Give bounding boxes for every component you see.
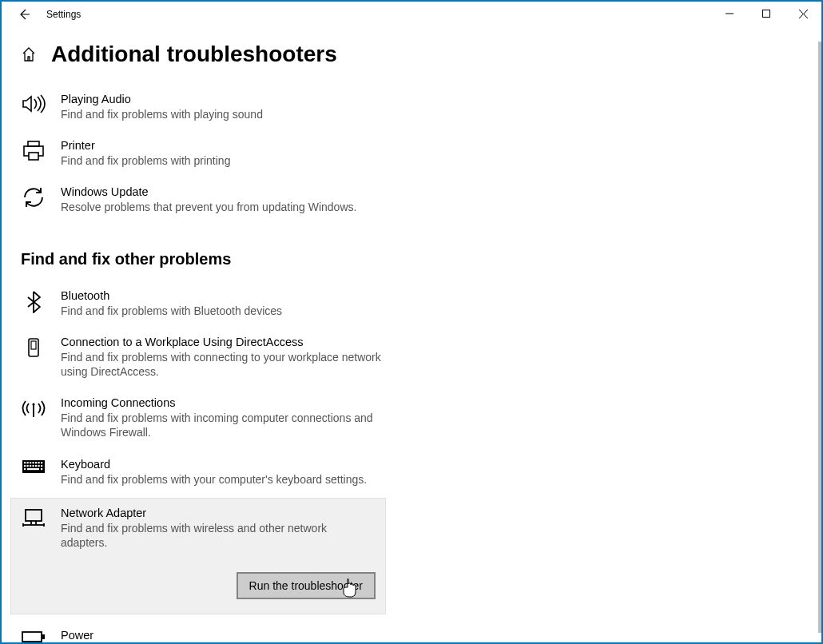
troubleshooter-item-playing-audio[interactable]: Playing Audio Find and fix problems with… <box>21 86 802 133</box>
troubleshooter-item-network-adapter[interactable]: Network Adapter Find and fix problems wi… <box>10 498 386 614</box>
item-sub: Find and fix problems with playing sound <box>61 107 263 121</box>
battery-icon <box>21 629 46 642</box>
troubleshooter-item-printer[interactable]: Printer Find and fix problems with print… <box>21 133 802 179</box>
page-title: Additional troubleshooters <box>51 42 337 67</box>
audio-icon <box>21 93 46 113</box>
page-header: Additional troubleshooters <box>21 42 802 67</box>
troubleshooter-item-power[interactable]: Power Find and fix problems with your co… <box>21 622 802 642</box>
item-title: Playing Audio <box>61 93 263 105</box>
svg-rect-23 <box>35 465 37 467</box>
item-title: Bluetooth <box>61 289 282 302</box>
svg-rect-17 <box>38 462 40 463</box>
item-title: Connection to a Workplace Using DirectAc… <box>61 336 396 348</box>
run-troubleshooter-button[interactable]: Run the troubleshooter <box>237 572 376 599</box>
update-icon <box>21 185 46 208</box>
svg-rect-29 <box>26 510 42 521</box>
svg-rect-24 <box>38 465 40 467</box>
svg-rect-12 <box>24 462 26 463</box>
item-title: Keyboard <box>61 458 367 471</box>
svg-rect-20 <box>27 465 29 467</box>
keyboard-icon <box>21 458 46 474</box>
svg-rect-1 <box>763 10 770 18</box>
briefcase-icon <box>21 336 46 358</box>
item-title: Power <box>61 629 396 642</box>
item-sub: Find and fix problems with incoming comp… <box>61 411 396 439</box>
svg-rect-16 <box>35 462 37 463</box>
minimize-button[interactable] <box>711 2 748 26</box>
svg-rect-6 <box>29 153 38 160</box>
svg-rect-25 <box>41 465 42 467</box>
item-title: Network Adapter <box>61 507 376 519</box>
section-header: Find and fix other problems <box>21 250 802 268</box>
antenna-icon <box>21 396 46 419</box>
close-button[interactable] <box>785 2 821 26</box>
troubleshooter-item-incoming-connections[interactable]: Incoming Connections Find and fix proble… <box>21 390 802 451</box>
svg-rect-22 <box>33 465 34 467</box>
svg-point-10 <box>32 403 34 406</box>
printer-icon <box>21 139 46 161</box>
scrollbar[interactable] <box>818 42 821 633</box>
item-title: Printer <box>61 139 230 152</box>
svg-rect-13 <box>27 462 29 463</box>
item-sub: Find and fix problems with wireless and … <box>61 521 376 550</box>
svg-rect-18 <box>41 462 42 463</box>
item-title: Incoming Connections <box>61 396 396 409</box>
item-sub: Find and fix problems with Bluetooth dev… <box>61 304 282 318</box>
content-area: Additional troubleshooters Playing Audio… <box>2 27 821 642</box>
troubleshooter-item-bluetooth[interactable]: Bluetooth Find and fix problems with Blu… <box>21 283 802 329</box>
svg-rect-26 <box>24 468 26 470</box>
svg-rect-36 <box>42 634 45 639</box>
bluetooth-icon <box>21 289 46 313</box>
maximize-button[interactable] <box>748 2 785 26</box>
svg-rect-4 <box>28 141 39 146</box>
title-bar: Settings <box>2 2 821 27</box>
svg-rect-21 <box>30 465 31 467</box>
item-sub: Find and fix problems with printing <box>61 153 230 168</box>
troubleshooter-item-windows-update[interactable]: Windows Update Resolve problems that pre… <box>21 179 802 225</box>
svg-rect-15 <box>33 462 34 463</box>
home-icon[interactable] <box>21 46 37 62</box>
svg-rect-14 <box>30 462 31 463</box>
network-icon <box>21 507 46 529</box>
troubleshooter-item-keyboard[interactable]: Keyboard Find and fix problems with your… <box>21 451 802 498</box>
app-name: Settings <box>42 9 81 20</box>
svg-rect-28 <box>41 468 42 470</box>
item-sub: Find and fix problems with connecting to… <box>61 350 396 379</box>
back-button[interactable] <box>6 2 42 26</box>
item-title: Windows Update <box>61 185 356 198</box>
svg-rect-27 <box>27 468 39 470</box>
item-sub: Resolve problems that prevent you from u… <box>61 200 356 214</box>
item-sub: Find and fix problems with your computer… <box>61 472 367 487</box>
svg-rect-8 <box>31 341 36 349</box>
svg-rect-19 <box>24 465 26 467</box>
svg-rect-35 <box>22 632 42 642</box>
troubleshooter-item-directaccess[interactable]: Connection to a Workplace Using DirectAc… <box>21 329 802 390</box>
